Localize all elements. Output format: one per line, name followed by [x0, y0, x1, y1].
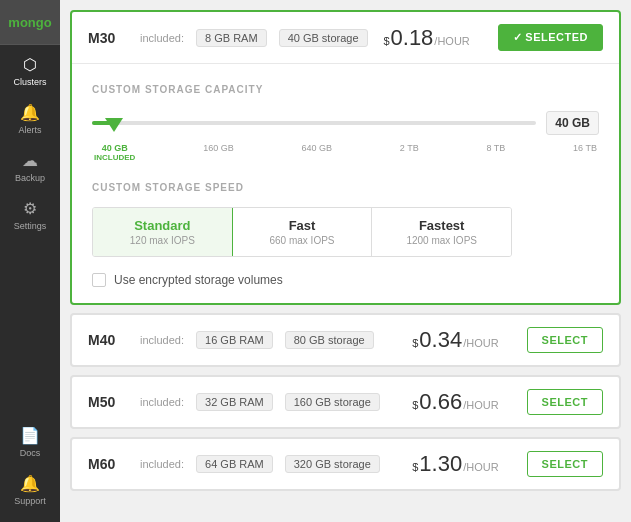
sidebar-item-backup[interactable]: ☁ Backup	[0, 141, 60, 189]
cluster-header-m60: M60 included: 64 GB RAM 320 GB storage $…	[72, 439, 619, 489]
price-amount-m40: 0.34	[419, 327, 462, 353]
sidebar-item-alerts[interactable]: 🔔 Alerts	[0, 93, 60, 141]
docs-icon: 📄	[20, 426, 40, 445]
slider-value-box: 40 GB	[546, 111, 599, 135]
speed-option-standard[interactable]: Standard 120 max IOPS	[93, 208, 233, 256]
cluster-card-m30: M30 included: 8 GB RAM 40 GB storage $ 0…	[70, 10, 621, 305]
speed-name-fast: Fast	[245, 218, 360, 233]
backup-icon: ☁	[22, 151, 38, 170]
speed-option-fastest[interactable]: Fastest 1200 max IOPS	[372, 208, 511, 256]
support-icon: 🔔	[20, 474, 40, 493]
price-unit-m30: /HOUR	[434, 35, 469, 47]
speed-iops-standard: 120 max IOPS	[105, 235, 220, 246]
cluster-name-m30: M30	[88, 30, 128, 46]
slider-labels: 40 GB INCLUDED 160 GB 640 GB 2 TB 8 TB 1…	[92, 143, 599, 162]
cluster-included-m60: included:	[140, 458, 184, 470]
settings-icon: ⚙	[23, 199, 37, 218]
sidebar-label-clusters: Clusters	[13, 77, 46, 87]
sidebar-item-support[interactable]: 🔔 Support	[0, 464, 60, 512]
sidebar-item-clusters[interactable]: ⬡ Clusters	[0, 45, 60, 93]
speed-iops-fast: 660 max IOPS	[245, 235, 360, 246]
cluster-storage-m30: 40 GB storage	[279, 29, 368, 47]
price-dollar-m40: $	[412, 337, 418, 349]
slider-label-4: 8 TB	[486, 143, 505, 162]
speed-options: Standard 120 max IOPS Fast 660 max IOPS …	[92, 207, 512, 257]
sidebar-label-alerts: Alerts	[18, 125, 41, 135]
cluster-price-m50: $ 0.66 /HOUR	[412, 389, 498, 415]
cluster-header-m50: M50 included: 32 GB RAM 160 GB storage $…	[72, 377, 619, 427]
select-button-m40[interactable]: SELECT	[527, 327, 603, 353]
slider-label-3: 2 TB	[400, 143, 419, 162]
cluster-price-m40: $ 0.34 /HOUR	[412, 327, 498, 353]
price-dollar-m50: $	[412, 399, 418, 411]
price-unit-m60: /HOUR	[463, 461, 498, 473]
cluster-price-m30: $ 0.18 /HOUR	[383, 25, 469, 51]
sidebar-item-settings[interactable]: ⚙ Settings	[0, 189, 60, 237]
logo-text: mongo	[8, 15, 51, 30]
sidebar-label-support: Support	[14, 496, 46, 506]
slider-label-5: 16 TB	[573, 143, 597, 162]
sidebar-item-docs[interactable]: 📄 Docs	[0, 416, 60, 464]
speed-option-fast[interactable]: Fast 660 max IOPS	[233, 208, 373, 256]
slider-label-text-0: 40 GB	[94, 143, 135, 153]
cluster-ram-m60: 64 GB RAM	[196, 455, 273, 473]
price-dollar-m30: $	[383, 35, 389, 47]
cluster-card-m40: M40 included: 16 GB RAM 80 GB storage $ …	[70, 313, 621, 367]
slider-label-2: 640 GB	[301, 143, 332, 162]
encrypt-row: Use encrypted storage volumes	[92, 273, 599, 287]
slider-included-text: INCLUDED	[94, 153, 135, 162]
cluster-name-m40: M40	[88, 332, 128, 348]
clusters-icon: ⬡	[23, 55, 37, 74]
speed-name-standard: Standard	[105, 218, 220, 233]
cluster-ram-m50: 32 GB RAM	[196, 393, 273, 411]
cluster-ram-m30: 8 GB RAM	[196, 29, 267, 47]
slider-label-1: 160 GB	[203, 143, 234, 162]
speed-name-fastest: Fastest	[384, 218, 499, 233]
sidebar: mongo ⬡ Clusters 🔔 Alerts ☁ Backup ⚙ Set…	[0, 0, 60, 522]
sidebar-label-backup: Backup	[15, 173, 45, 183]
cluster-storage-m50: 160 GB storage	[285, 393, 380, 411]
cluster-ram-m40: 16 GB RAM	[196, 331, 273, 349]
price-unit-m50: /HOUR	[463, 399, 498, 411]
storage-speed-section: CUSTOM STORAGE SPEED Standard 120 max IO…	[92, 182, 599, 257]
slider-label-0: 40 GB INCLUDED	[94, 143, 135, 162]
sidebar-label-docs: Docs	[20, 448, 41, 458]
price-amount-m30: 0.18	[391, 25, 434, 51]
cluster-included-m30: included:	[140, 32, 184, 44]
storage-capacity-label: CUSTOM STORAGE CAPACITY	[92, 84, 599, 95]
slider-track	[92, 121, 536, 125]
encrypt-label: Use encrypted storage volumes	[114, 273, 283, 287]
select-button-m30[interactable]: ✓SELECTED	[498, 24, 603, 51]
cluster-card-m60: M60 included: 64 GB RAM 320 GB storage $…	[70, 437, 621, 491]
price-amount-m60: 1.30	[419, 451, 462, 477]
storage-capacity-section: CUSTOM STORAGE CAPACITY 40 GB 40 GB INCL…	[92, 84, 599, 162]
alerts-icon: 🔔	[20, 103, 40, 122]
price-amount-m50: 0.66	[419, 389, 462, 415]
cluster-included-m50: included:	[140, 396, 184, 408]
select-button-m60[interactable]: SELECT	[527, 451, 603, 477]
checkmark-icon-m30: ✓	[513, 31, 523, 43]
cluster-storage-m60: 320 GB storage	[285, 455, 380, 473]
storage-speed-label: CUSTOM STORAGE SPEED	[92, 182, 599, 193]
cluster-included-m40: included:	[140, 334, 184, 346]
speed-iops-fastest: 1200 max IOPS	[384, 235, 499, 246]
main-content: M30 included: 8 GB RAM 40 GB storage $ 0…	[60, 0, 631, 522]
cluster-expanded-m30: CUSTOM STORAGE CAPACITY 40 GB 40 GB INCL…	[72, 63, 619, 303]
sidebar-label-settings: Settings	[14, 221, 47, 231]
price-dollar-m60: $	[412, 461, 418, 473]
encrypt-checkbox[interactable]	[92, 273, 106, 287]
logo: mongo	[0, 0, 60, 45]
cluster-card-m50: M50 included: 32 GB RAM 160 GB storage $…	[70, 375, 621, 429]
slider-container[interactable]	[92, 109, 536, 137]
cluster-name-m50: M50	[88, 394, 128, 410]
cluster-storage-m40: 80 GB storage	[285, 331, 374, 349]
cluster-header-m30: M30 included: 8 GB RAM 40 GB storage $ 0…	[72, 12, 619, 63]
slider-thumb[interactable]	[105, 118, 123, 132]
select-button-m50[interactable]: SELECT	[527, 389, 603, 415]
slider-row: 40 GB	[92, 109, 599, 137]
price-unit-m40: /HOUR	[463, 337, 498, 349]
cluster-price-m60: $ 1.30 /HOUR	[412, 451, 498, 477]
cluster-header-m40: M40 included: 16 GB RAM 80 GB storage $ …	[72, 315, 619, 365]
cluster-name-m60: M60	[88, 456, 128, 472]
